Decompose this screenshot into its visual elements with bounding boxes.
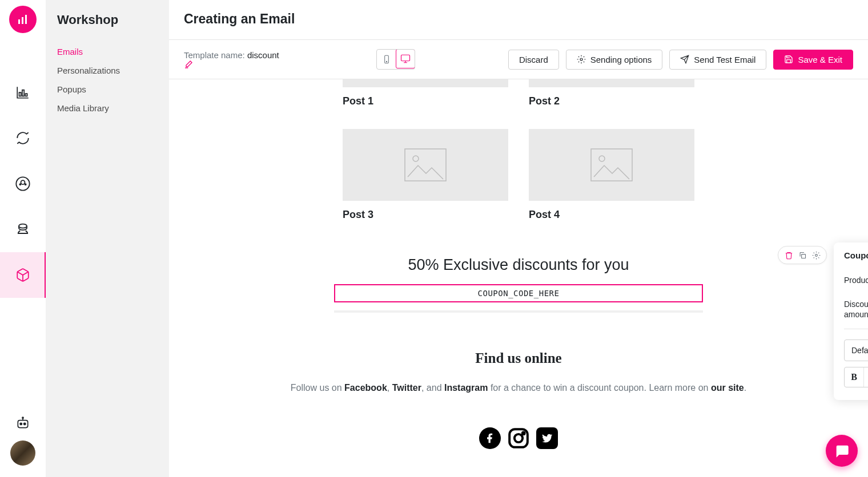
svg-point-18	[580, 58, 582, 60]
find-us-headline[interactable]: Find us online	[475, 350, 561, 366]
analytics-nav-icon[interactable]	[0, 70, 46, 115]
italic-button[interactable]: I	[864, 367, 868, 387]
sync-nav-icon[interactable]	[0, 115, 46, 161]
post-block[interactable]: Post 4	[529, 129, 694, 221]
social-icons	[479, 427, 558, 449]
bot-nav-icon[interactable]	[0, 406, 46, 440]
sidebar-item-media-library[interactable]: Media Library	[57, 99, 169, 118]
discount-amount-label: Discount amount:	[844, 299, 868, 320]
post-label: Post 1	[343, 95, 508, 107]
svg-point-25	[523, 432, 525, 435]
svg-point-14	[22, 417, 23, 418]
svg-point-9	[25, 184, 26, 185]
post-label: Post 4	[529, 209, 694, 221]
post-label: Post 3	[343, 209, 508, 221]
facebook-icon[interactable]	[479, 427, 501, 449]
svg-point-16	[386, 61, 387, 62]
product-label: Product	[844, 276, 868, 285]
block-action-toolbar	[778, 246, 827, 264]
svg-rect-0	[18, 19, 20, 24]
post-label: Post 2	[529, 95, 694, 107]
instagram-icon[interactable]	[508, 427, 529, 449]
page-title: Creating an Email	[169, 0, 868, 39]
user-avatar[interactable]	[10, 440, 35, 466]
follow-text[interactable]: Follow us on Facebook, Twitter, and Inst…	[291, 380, 746, 395]
device-toggle	[376, 49, 415, 70]
svg-rect-17	[401, 55, 409, 61]
svg-point-20	[413, 156, 419, 161]
svg-point-7	[21, 180, 25, 184]
chat-fab[interactable]	[826, 435, 858, 467]
svg-point-12	[20, 423, 22, 425]
send-icon	[680, 55, 689, 64]
image-placeholder[interactable]	[529, 129, 694, 201]
delete-block-icon[interactable]	[785, 251, 793, 260]
svg-point-8	[19, 184, 21, 185]
svg-rect-26	[801, 254, 805, 258]
sending-options-button[interactable]: Sending options	[566, 50, 663, 70]
save-exit-button[interactable]: Save & Exit	[773, 50, 853, 70]
editor-toolbar: Template name: discount Discard Send	[169, 40, 868, 79]
sidebar-item-emails[interactable]: Emails	[57, 42, 169, 61]
sidebar-title: Workshop	[57, 13, 169, 27]
font-family-select[interactable]: Default	[844, 339, 868, 361]
svg-rect-1	[22, 17, 23, 24]
sidebar: Workshop Emails Personalizations Popups …	[46, 0, 169, 477]
gear-icon	[577, 55, 586, 64]
email-canvas[interactable]: Post 1 Post 2 Post 3	[169, 79, 868, 472]
block-settings-icon[interactable]	[812, 251, 821, 260]
image-placeholder[interactable]	[343, 129, 508, 201]
bold-button[interactable]: B	[845, 367, 864, 387]
main: Creating an Email Template name: discoun…	[169, 0, 868, 477]
workshop-nav-icon[interactable]	[0, 252, 46, 298]
duplicate-block-icon[interactable]	[798, 251, 807, 260]
mobile-view-button[interactable]	[377, 50, 396, 69]
edit-template-name-icon[interactable]	[184, 60, 283, 69]
svg-point-27	[815, 254, 817, 256]
template-name-value: discount	[247, 50, 279, 60]
svg-rect-3	[19, 92, 21, 96]
svg-rect-11	[18, 421, 27, 428]
svg-point-13	[24, 423, 26, 425]
audience-nav-icon[interactable]	[0, 161, 46, 207]
panel-title: Coupon Settings	[844, 250, 868, 260]
send-test-button[interactable]: Send Test Email	[669, 50, 766, 70]
app-logo[interactable]	[9, 6, 37, 33]
svg-rect-5	[25, 94, 27, 96]
svg-point-6	[16, 177, 29, 190]
twitter-icon[interactable]	[536, 427, 558, 449]
coupon-settings-panel: Coupon Settings Product Discount amount:…	[834, 242, 868, 400]
template-name-label: Template name: discount	[184, 50, 283, 69]
save-icon	[784, 55, 793, 64]
sidebar-item-personalizations[interactable]: Personalizations	[57, 61, 169, 80]
coupon-code-block[interactable]: COUPON_CODE_HERE	[334, 284, 703, 302]
post-block[interactable]: Post 2	[529, 79, 694, 107]
svg-point-24	[515, 434, 523, 442]
sidebar-item-popups[interactable]: Popups	[57, 80, 169, 99]
separator	[334, 310, 703, 313]
svg-point-22	[599, 156, 605, 161]
discount-headline[interactable]: 50% Exclusive discounts for you	[408, 256, 629, 274]
icon-rail	[0, 0, 46, 477]
post-block[interactable]: Post 3	[343, 129, 508, 221]
desktop-view-button[interactable]	[396, 49, 415, 68]
discard-button[interactable]: Discard	[508, 50, 559, 70]
svg-rect-2	[25, 15, 27, 24]
svg-point-10	[19, 224, 27, 228]
people-nav-icon[interactable]	[0, 207, 46, 252]
post-block[interactable]: Post 1	[343, 79, 508, 107]
svg-rect-4	[22, 90, 24, 96]
